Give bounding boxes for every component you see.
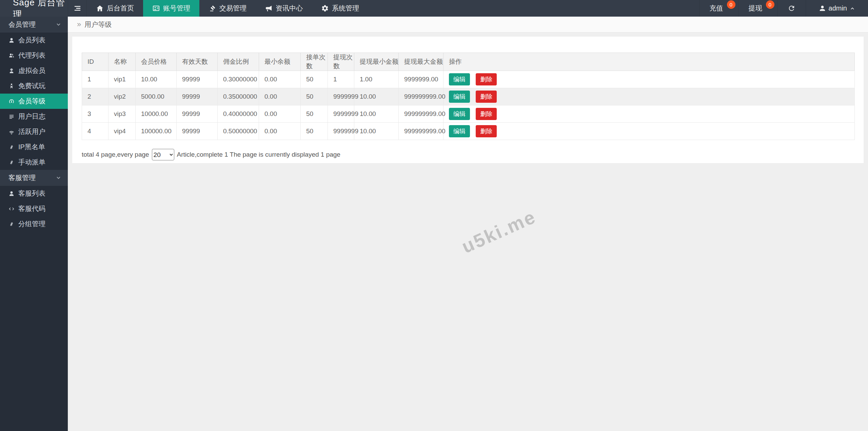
brand[interactable]: Sage 后台管理 xyxy=(0,0,68,17)
cell-id: 3 xyxy=(82,105,108,123)
link-icon xyxy=(8,144,15,150)
cell-actions: 编辑 删除 xyxy=(443,123,855,140)
sidebar-item-user-log[interactable]: 用户日志 xyxy=(0,109,68,124)
nav-item-dashboard[interactable]: 后台首页 xyxy=(87,0,143,17)
cell-commission: 0.40000000 xyxy=(218,105,259,123)
col-header: ID xyxy=(82,53,108,71)
cell-withdraw-min: 1.00 xyxy=(354,71,399,88)
cell-price: 10.00 xyxy=(136,71,177,88)
sidebar-toggle-button[interactable] xyxy=(68,0,87,17)
user-icon xyxy=(8,37,15,43)
withdraw-button[interactable]: 提现 0 xyxy=(738,0,777,17)
col-header: 佣金比例 xyxy=(218,53,259,71)
refresh-button[interactable] xyxy=(777,0,806,17)
cell-withdraw-min: 10.00 xyxy=(354,105,399,123)
breadcrumb: » 用户等级 xyxy=(68,17,868,33)
chevron-up-icon xyxy=(849,5,855,12)
sidebar-section-member-management[interactable]: 会员管理 xyxy=(0,17,68,33)
cell-withdraw-count: 9999999 xyxy=(328,88,354,105)
edit-button[interactable]: 编辑 xyxy=(449,73,470,85)
col-header: 提现最小金额 xyxy=(354,53,399,71)
cell-actions: 编辑 删除 xyxy=(443,88,855,105)
nav-item-label: 资讯中心 xyxy=(276,4,303,13)
cell-valid-days: 99999 xyxy=(177,105,218,123)
edit-button[interactable]: 编辑 xyxy=(449,125,470,137)
sidebar: 会员管理 会员列表 代理列表 虚拟 xyxy=(0,17,68,431)
list-icon xyxy=(8,114,15,120)
sidebar-item-service-list[interactable]: 客服列表 xyxy=(0,186,68,201)
page-size-select[interactable]: 20 xyxy=(152,149,174,160)
sidebar-item-active-users[interactable]: 活跃用户 xyxy=(0,124,68,139)
cell-withdraw-count: 9999999 xyxy=(328,123,354,140)
sidebar-item-label: 客服列表 xyxy=(18,189,45,198)
withdraw-badge: 0 xyxy=(766,0,774,9)
table-row: 2 vip2 5000.00 99999 0.35000000 0.00 50 … xyxy=(82,88,855,105)
sidebar-item-group-management[interactable]: 分组管理 xyxy=(0,216,68,232)
cell-name: vip4 xyxy=(108,123,136,140)
cell-name: vip2 xyxy=(108,88,136,105)
nav-item-system[interactable]: 系统管理 xyxy=(312,0,368,17)
cell-order-count: 50 xyxy=(301,71,328,88)
sidebar-item-service-code[interactable]: 客服代码 xyxy=(0,201,68,216)
sidebar-item-agent-list[interactable]: 代理列表 xyxy=(0,48,68,63)
section-title: 会员管理 xyxy=(8,20,36,29)
pagination: total 4 page,every page 20 Article,compl… xyxy=(82,149,854,160)
sidebar-item-free-trial[interactable]: 免费试玩 xyxy=(0,78,68,94)
sidebar-item-label: 虚拟会员 xyxy=(18,66,45,75)
col-header: 名称 xyxy=(108,53,136,71)
user-icon xyxy=(8,191,15,197)
sidebar-section-service-management[interactable]: 客服管理 xyxy=(0,170,68,186)
table-header-row: ID 名称 会员价格 有效天数 佣金比例 最小余额 接单次数 提现次数 提现最小… xyxy=(82,53,855,71)
edit-button[interactable]: 编辑 xyxy=(449,91,470,103)
sidebar-item-label: 活跃用户 xyxy=(18,127,45,136)
delete-button[interactable]: 删除 xyxy=(476,73,497,85)
chevron-down-icon xyxy=(55,175,62,181)
sidebar-item-virtual-member[interactable]: 虚拟会员 xyxy=(0,63,68,78)
navbar-right: 充值 0 提现 0 admin xyxy=(699,0,868,17)
cell-withdraw-max: 9999999.00 xyxy=(399,71,443,88)
recharge-label: 充值 xyxy=(710,4,723,13)
section-title: 客服管理 xyxy=(8,173,36,182)
withdraw-label: 提现 xyxy=(749,4,762,13)
nav-item-trade[interactable]: 交易管理 xyxy=(199,0,256,17)
cell-valid-days: 99999 xyxy=(177,88,218,105)
col-header: 最小余额 xyxy=(259,53,301,71)
cell-commission: 0.30000000 xyxy=(218,71,259,88)
sidebar-item-label: 客服代码 xyxy=(18,204,45,213)
content-area: ID 名称 会员价格 有效天数 佣金比例 最小余额 接单次数 提现次数 提现最小… xyxy=(68,33,868,431)
pagination-prefix: total 4 page,every page xyxy=(82,151,149,158)
user-menu[interactable]: admin xyxy=(806,0,868,17)
username: admin xyxy=(829,4,847,12)
table-row: 1 vip1 10.00 99999 0.30000000 0.00 50 1 … xyxy=(82,71,855,88)
sidebar-item-member-level[interactable]: 会员等级 xyxy=(0,94,68,109)
cell-withdraw-count: 9999999 xyxy=(328,105,354,123)
delete-button[interactable]: 删除 xyxy=(476,108,497,120)
cell-min-balance: 0.00 xyxy=(259,123,301,140)
edit-button[interactable]: 编辑 xyxy=(449,108,470,120)
sidebar-item-label: 免费试玩 xyxy=(18,81,45,91)
top-navbar: Sage 后台管理 后台首页 账号管理 xyxy=(0,0,868,17)
cell-commission: 0.35000000 xyxy=(218,88,259,105)
table-row: 3 vip3 10000.00 99999 0.40000000 0.00 50… xyxy=(82,105,855,123)
nav-item-account[interactable]: 账号管理 xyxy=(143,0,199,17)
cell-valid-days: 99999 xyxy=(177,71,218,88)
cell-id: 2 xyxy=(82,88,108,105)
cell-order-count: 50 xyxy=(301,123,328,140)
person-icon xyxy=(818,4,826,12)
cell-price: 10000.00 xyxy=(136,105,177,123)
delete-button[interactable]: 删除 xyxy=(476,91,497,103)
cell-name: vip3 xyxy=(108,105,136,123)
cell-withdraw-count: 1 xyxy=(328,71,354,88)
sidebar-item-label: 会员等级 xyxy=(18,97,45,106)
link-icon xyxy=(8,221,15,227)
recharge-button[interactable]: 充值 0 xyxy=(699,0,738,17)
sidebar-item-ip-blacklist[interactable]: IP黑名单 xyxy=(0,139,68,155)
sidebar-item-manual-dispatch[interactable]: 手动派单 xyxy=(0,155,68,170)
nav-item-news[interactable]: 资讯中心 xyxy=(256,0,312,17)
sidebar-item-member-list[interactable]: 会员列表 xyxy=(0,33,68,48)
delete-button[interactable]: 删除 xyxy=(476,125,497,137)
nav-item-label: 系统管理 xyxy=(332,4,359,13)
watermark: u5ki.me xyxy=(458,205,539,257)
col-header: 提现最大金额 xyxy=(399,53,443,71)
page-title: 用户等级 xyxy=(84,20,112,29)
